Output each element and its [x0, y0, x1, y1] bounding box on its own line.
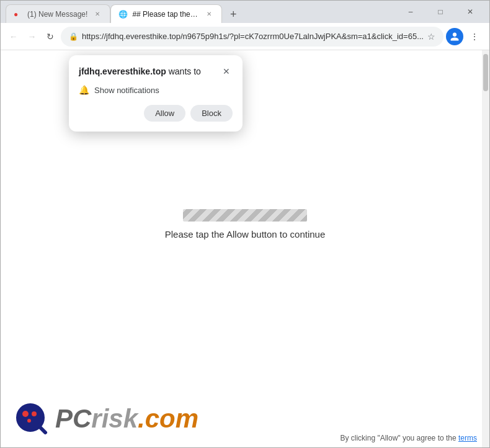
popup-domain: jfdhq.everesthike.top — [79, 66, 166, 76]
pcrisk-risk-text: risk — [91, 404, 138, 433]
bell-icon: 🔔 — [79, 85, 89, 95]
scrollbar[interactable] — [482, 50, 489, 447]
tab-1[interactable]: ● (1) New Message! ✕ — [6, 4, 110, 23]
terms-link[interactable]: terms — [458, 434, 477, 442]
lock-icon: 🔒 — [69, 32, 78, 41]
popup-permission-row: 🔔 Show notifications — [79, 85, 233, 95]
pcrisk-com-text: .com — [138, 404, 198, 433]
block-button[interactable]: Block — [190, 105, 233, 122]
close-button[interactable]: ✕ — [456, 2, 484, 22]
popup-wants: wants to — [166, 66, 201, 76]
minimize-button[interactable]: – — [396, 2, 425, 22]
bottom-disclaimer: By clicking "Allow" you agree to the ter… — [340, 434, 477, 442]
popup-close-button[interactable]: ✕ — [220, 65, 233, 78]
tab-2[interactable]: 🌐 ## Please tap the Allow button... ✕ — [110, 4, 222, 23]
popup-header: jfdhq.everesthike.top wants to ✕ — [79, 65, 233, 78]
pcrisk-text: PCrisk.com — [55, 406, 198, 432]
pcrisk-pc-text: PC — [55, 404, 91, 433]
scrollbar-thumb[interactable] — [483, 54, 488, 91]
disclaimer-text: By clicking "Allow" you agree to the — [340, 434, 456, 442]
menu-button[interactable]: ⋮ — [465, 27, 484, 47]
tab1-favicon: ● — [14, 10, 22, 19]
nav-bar: ← → ↻ 🔒 https://jfdhq.everesthike.top/n9… — [1, 23, 489, 50]
svg-point-2 — [32, 411, 37, 416]
tab-bar: ● (1) New Message! ✕ 🌐 ## Please tap the… — [6, 1, 389, 23]
tab2-close[interactable]: ✕ — [204, 9, 214, 19]
tab1-close[interactable]: ✕ — [92, 9, 102, 19]
title-bar: ● (1) New Message! ✕ 🌐 ## Please tap the… — [1, 1, 489, 23]
allow-button[interactable]: Allow — [144, 105, 185, 122]
address-bar[interactable]: 🔒 https://jfdhq.everesthike.top/n9675p9h… — [61, 27, 443, 47]
loading-bar-container — [183, 209, 307, 222]
pcrisk-icon — [13, 400, 50, 437]
tab2-favicon: 🌐 — [118, 10, 127, 19]
back-button[interactable]: ← — [6, 27, 22, 47]
loading-bar — [183, 209, 307, 222]
window-controls: – □ ✕ — [396, 2, 484, 22]
page-message: Please tap the Allow button to continue — [165, 229, 326, 240]
bookmark-icon[interactable]: ☆ — [427, 32, 435, 42]
browser-window: ● (1) New Message! ✕ 🌐 ## Please tap the… — [0, 0, 490, 448]
svg-point-1 — [22, 411, 29, 417]
permission-popup: jfdhq.everesthike.top wants to ✕ 🔔 Show … — [69, 55, 243, 132]
new-tab-button[interactable]: + — [225, 6, 242, 23]
address-text: https://jfdhq.everesthike.top/n9675p9h1s… — [82, 32, 424, 41]
popup-permission-text: Show notifications — [94, 86, 159, 95]
page-footer: PCrisk.com By clicking "Allow" you agree… — [1, 390, 489, 447]
reload-button[interactable]: ↻ — [42, 27, 58, 47]
page-content: jfdhq.everesthike.top wants to ✕ 🔔 Show … — [1, 50, 489, 447]
nav-right: ⋮ — [446, 27, 484, 47]
tab2-title: ## Please tap the Allow button... — [132, 10, 199, 19]
svg-line-4 — [40, 428, 45, 432]
pcrisk-logo: PCrisk.com — [13, 400, 477, 437]
profile-button[interactable] — [446, 28, 463, 45]
popup-buttons: Allow Block — [79, 105, 233, 122]
tab1-title: (1) New Message! — [27, 10, 87, 19]
popup-title: jfdhq.everesthike.top wants to — [79, 66, 201, 76]
maximize-button[interactable]: □ — [426, 2, 455, 22]
svg-point-3 — [27, 419, 31, 423]
forward-button[interactable]: → — [24, 27, 40, 47]
